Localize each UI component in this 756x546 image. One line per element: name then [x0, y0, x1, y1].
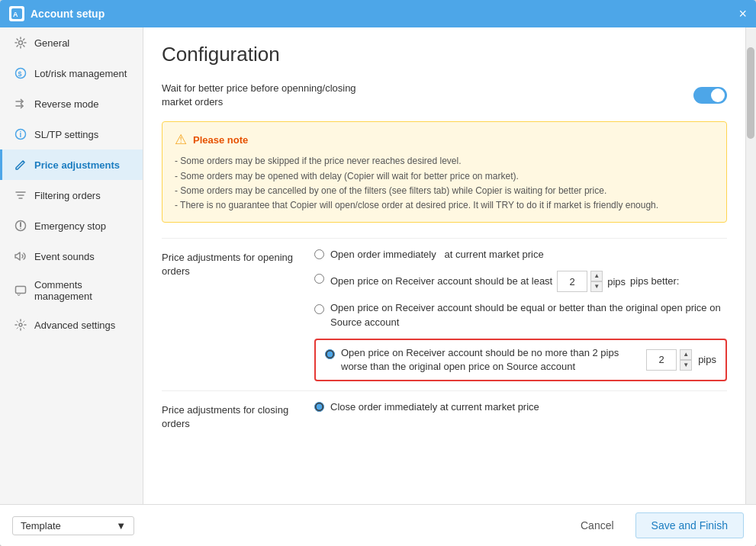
- radio-open-better-input[interactable]: [314, 274, 324, 284]
- open-worse-content: Open price on Receiver account should be…: [341, 346, 716, 374]
- template-dropdown-icon: ▼: [116, 520, 126, 532]
- svg-point-2: [19, 41, 23, 45]
- sidebar-label-reverse: Reverse mode: [34, 98, 99, 110]
- money-icon: $: [13, 66, 28, 81]
- warning-header: ⚠ Please note: [175, 131, 714, 148]
- svg-point-9: [20, 228, 21, 230]
- content-area[interactable]: Configuration Wait for better price befo…: [143, 27, 745, 504]
- sidebar-label-emergency-stop: Emergency stop: [34, 220, 106, 232]
- radio-open-immediate: Open order immediately at current market…: [314, 248, 727, 262]
- radio-open-better-suffix[interactable]: pips better:: [630, 275, 679, 288]
- sidebar-label-general: General: [34, 37, 69, 49]
- open-better-value-input[interactable]: [557, 271, 587, 292]
- close-button[interactable]: ×: [738, 7, 747, 21]
- template-label: Template: [21, 520, 61, 532]
- closing-orders-section: Price adjustments for closing orders Clo…: [162, 390, 727, 440]
- sidebar-label-sltp: SL/TP settings: [34, 129, 98, 140]
- radio-close-immediate-label[interactable]: Close order immediately at current marke…: [330, 400, 539, 414]
- open-better-unit: pips: [607, 276, 626, 287]
- opening-orders-options: Open order immediately at current market…: [314, 248, 727, 381]
- warning-icon: ⚠: [175, 131, 187, 148]
- dialog: A Account setup × General $ Lot/risk man…: [0, 0, 756, 546]
- toggle-label: Wait for better price before openning/cl…: [162, 82, 375, 109]
- radio-open-worse-label: Open price on Receiver account should be…: [341, 346, 640, 374]
- sidebar-item-comments[interactable]: Comments management: [0, 271, 143, 310]
- scrollbar-thumb: [747, 47, 754, 139]
- warning-text: - Some orders may be skipped if the pric…: [175, 154, 714, 213]
- save-finish-button[interactable]: Save and Finish: [635, 512, 744, 538]
- svg-text:i: i: [20, 130, 22, 139]
- reverse-icon: [13, 96, 28, 111]
- svg-text:A: A: [13, 11, 18, 18]
- sidebar-item-emergency-stop[interactable]: Emergency stop: [0, 210, 143, 241]
- open-better-down-btn[interactable]: ▼: [590, 281, 603, 292]
- pencil-icon: [13, 157, 28, 172]
- closing-orders-options: Close order immediately at current marke…: [314, 400, 727, 431]
- open-better-input-group: ▲ ▼: [557, 271, 603, 292]
- sidebar-label-event-sounds: Event sounds: [34, 251, 95, 262]
- warning-box: ⚠ Please note - Some orders may be skipp…: [162, 121, 727, 223]
- warning-line-4: - There is no guarantee that Copier will…: [175, 198, 714, 213]
- open-worse-down-btn[interactable]: ▼: [680, 360, 692, 371]
- open-worse-spinners: ▲ ▼: [680, 349, 692, 371]
- page-title: Configuration: [162, 43, 727, 66]
- sidebar-item-reverse[interactable]: Reverse mode: [0, 88, 143, 119]
- svg-text:$: $: [18, 70, 22, 78]
- sidebar-item-lot-risk[interactable]: $ Lot/risk management: [0, 58, 143, 88]
- advanced-icon: [13, 317, 28, 332]
- scroll-padding: [162, 440, 727, 463]
- open-worse-value-input[interactable]: [646, 349, 677, 371]
- footer: Template ▼ Cancel Save and Finish: [0, 504, 756, 546]
- dialog-body: General $ Lot/risk management Reverse mo…: [0, 27, 756, 504]
- sidebar-label-filtering: Filtering orders: [34, 190, 101, 201]
- radio-open-equal: Open price on Receiver account should be…: [314, 301, 727, 329]
- radio-open-better-label[interactable]: Open price on Receiver account should be…: [330, 275, 552, 288]
- warning-title: Please note: [193, 134, 248, 146]
- warning-line-2: - Some orders may be opened with delay (…: [175, 169, 714, 184]
- radio-open-equal-input[interactable]: [314, 304, 324, 314]
- gear-icon: [13, 35, 28, 50]
- sidebar-label-price-adjustments: Price adjustments: [34, 159, 120, 171]
- main-content: Configuration Wait for better price befo…: [143, 27, 745, 504]
- sidebar-item-price-adjustments[interactable]: Price adjustments: [0, 149, 143, 180]
- toggle-switch[interactable]: [693, 87, 727, 104]
- app-icon: A: [9, 6, 24, 21]
- cancel-button[interactable]: Cancel: [565, 513, 629, 538]
- radio-close-immediate: Close order immediately at current marke…: [314, 400, 727, 414]
- open-worse-up-btn[interactable]: ▲: [680, 349, 692, 360]
- sidebar-item-general[interactable]: General: [0, 27, 143, 58]
- warning-line-1: - Some orders may be skipped if the pric…: [175, 154, 714, 169]
- open-worse-unit: pips: [698, 354, 716, 365]
- open-better-up-btn[interactable]: ▲: [590, 271, 603, 281]
- radio-open-immediate-label[interactable]: Open order immediately at current market…: [330, 248, 544, 262]
- sidebar-label-advanced: Advanced settings: [34, 320, 115, 331]
- sound-icon: [13, 249, 28, 264]
- warning-line-3: - Some orders may be cancelled by one of…: [175, 184, 714, 198]
- radio-open-worse-input[interactable]: [325, 349, 335, 359]
- comment-icon: [13, 283, 28, 298]
- info-icon: i: [13, 127, 28, 142]
- radio-open-equal-label[interactable]: Open price on Receiver account should be…: [330, 301, 727, 329]
- sidebar-label-comments: Comments management: [34, 279, 132, 302]
- svg-rect-10: [16, 287, 26, 294]
- radio-open-worse-highlighted: Open price on Receiver account should be…: [314, 339, 727, 381]
- radio-open-better: Open price on Receiver account should be…: [314, 271, 727, 292]
- sidebar: General $ Lot/risk management Reverse mo…: [0, 27, 143, 504]
- sidebar-item-sltp[interactable]: i SL/TP settings: [0, 119, 143, 149]
- opening-orders-label: Price adjustments for opening orders: [162, 248, 314, 381]
- scrollbar[interactable]: [745, 27, 756, 504]
- sidebar-item-filtering[interactable]: Filtering orders: [0, 180, 143, 210]
- radio-open-immediate-input[interactable]: [314, 249, 324, 259]
- radio-close-immediate-input[interactable]: [314, 402, 324, 412]
- opening-orders-section: Price adjustments for opening orders Ope…: [162, 238, 727, 390]
- closing-orders-label: Price adjustments for closing orders: [162, 400, 314, 431]
- template-selector[interactable]: Template ▼: [12, 516, 134, 535]
- sidebar-label-lot-risk: Lot/risk management: [34, 68, 127, 79]
- sidebar-item-event-sounds[interactable]: Event sounds: [0, 241, 143, 271]
- open-worse-input-group: ▲ ▼: [646, 349, 692, 371]
- dialog-title: Account setup: [31, 8, 738, 20]
- stop-icon: [13, 218, 28, 233]
- filter-icon: [13, 188, 28, 203]
- toggle-row: Wait for better price before openning/cl…: [162, 82, 727, 109]
- sidebar-item-advanced[interactable]: Advanced settings: [0, 310, 143, 340]
